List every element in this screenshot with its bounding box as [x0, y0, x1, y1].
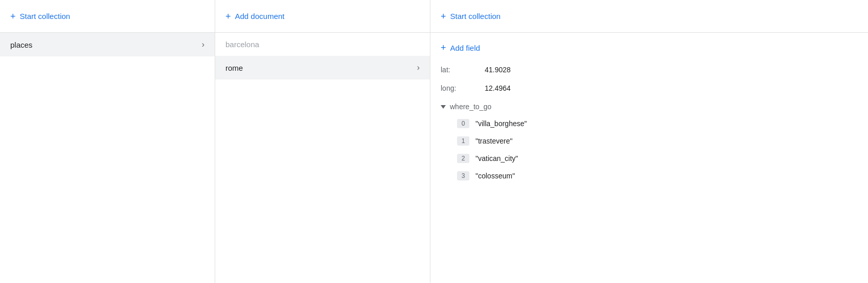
collection-label-places: places: [10, 41, 32, 49]
start-collection-label-2: Start collection: [450, 12, 501, 21]
array-item-0: 0 "villa_borghese": [457, 115, 858, 132]
array-value-1: "trastevere": [476, 137, 512, 145]
field-value-long: 12.4964: [485, 84, 511, 92]
field-value-lat: 41.9028: [485, 66, 511, 74]
field-key-lat: lat:: [441, 66, 482, 74]
chevron-right-icon-places: ›: [202, 40, 204, 49]
plus-icon-3: +: [441, 12, 446, 21]
field-row-lat: lat: 41.9028: [441, 60, 858, 79]
fields-content: + Add field lat: 41.9028 long: 12.4964 w…: [430, 33, 868, 283]
plus-icon-2: +: [225, 12, 231, 21]
array-value-0: "villa_borghese": [476, 119, 527, 128]
array-item-3: 3 "colosseum": [457, 167, 858, 185]
array-index-0: 0: [457, 119, 469, 128]
collection-item-places[interactable]: places ›: [0, 33, 215, 56]
panel1-header: + Start collection: [0, 0, 215, 33]
array-item-1: 1 "trastevere": [457, 132, 858, 150]
collections-list: places ›: [0, 33, 215, 283]
field-list: lat: 41.9028 long: 12.4964 where_to_go 0…: [430, 60, 868, 190]
add-document-label: Add document: [235, 12, 285, 21]
documents-list: barcelona rome ›: [215, 33, 430, 283]
fields-panel: + Start collection + Add field lat: 41.9…: [430, 0, 868, 283]
panel3-header: + Start collection: [430, 0, 868, 33]
start-collection-label-1: Start collection: [20, 12, 70, 21]
plus-icon-4: +: [441, 43, 446, 52]
array-value-3: "colosseum": [476, 172, 515, 180]
add-field-label: Add field: [450, 44, 480, 52]
field-expandable-where-to-go: where_to_go 0 "villa_borghese" 1 "traste…: [441, 97, 858, 190]
documents-panel: + Add document barcelona rome ›: [215, 0, 430, 283]
doc-label-barcelona: barcelona: [225, 40, 259, 49]
doc-item-rome[interactable]: rome ›: [215, 56, 430, 79]
array-items-list: 0 "villa_borghese" 1 "trastevere" 2 "vat…: [441, 115, 858, 185]
triangle-down-icon: [441, 105, 446, 109]
field-key-long: long:: [441, 84, 482, 92]
collections-panel: + Start collection places ›: [0, 0, 215, 283]
where-to-go-key: where_to_go: [450, 103, 491, 111]
chevron-right-icon-rome: ›: [417, 63, 420, 72]
plus-icon-1: +: [10, 12, 16, 21]
add-field-button[interactable]: + Add field: [430, 33, 490, 60]
array-item-2: 2 "vatican_city": [457, 150, 858, 167]
doc-label-rome: rome: [225, 64, 243, 72]
add-document-button[interactable]: + Add document: [225, 12, 284, 21]
array-index-2: 2: [457, 154, 469, 163]
start-collection-button-1[interactable]: + Start collection: [10, 12, 70, 21]
array-index-1: 1: [457, 136, 469, 146]
array-index-3: 3: [457, 171, 469, 180]
doc-item-barcelona[interactable]: barcelona: [215, 33, 430, 56]
field-row-long: long: 12.4964: [441, 79, 858, 97]
array-value-2: "vatican_city": [476, 154, 518, 163]
panel2-header: + Add document: [215, 0, 430, 33]
start-collection-button-2[interactable]: + Start collection: [441, 12, 501, 21]
where-to-go-toggle[interactable]: where_to_go: [441, 103, 858, 111]
